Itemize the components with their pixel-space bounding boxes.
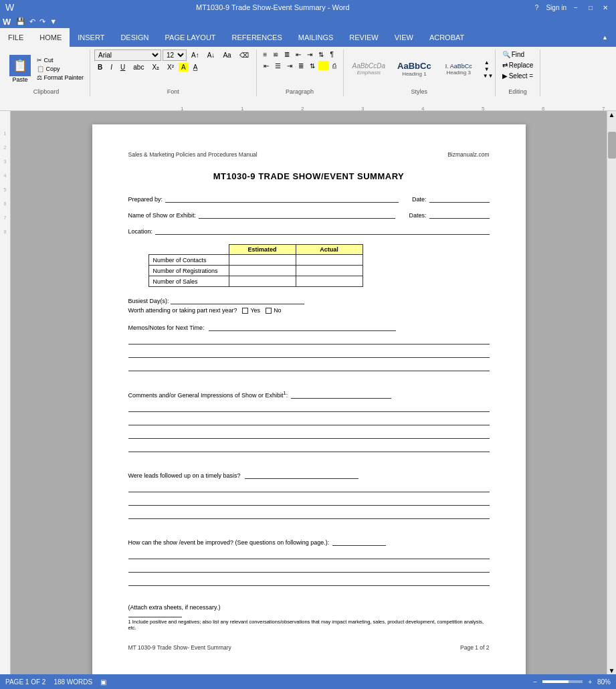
summary-table: Estimated Actual Number of Contacts (148, 244, 363, 287)
tab-insert[interactable]: INSERT (70, 28, 112, 47)
style-heading1[interactable]: AaBbCc Heading 1 (393, 59, 436, 79)
format-painter-button[interactable]: ⚖ Format Painter (35, 74, 86, 82)
find-button[interactable]: 🔍 Find (500, 50, 527, 60)
font-size-select[interactable]: 12 (163, 50, 187, 61)
strikethrough-btn[interactable]: abc (130, 62, 147, 72)
zoom-in-btn[interactable]: + (588, 678, 592, 686)
memos-line-2[interactable] (128, 347, 490, 358)
select-button[interactable]: ▶ Select = (500, 71, 536, 81)
bullets-btn[interactable]: ≡ (261, 50, 270, 60)
style-emphasis[interactable]: AaBbCcDa Emphasis (348, 60, 390, 78)
show-marks-btn[interactable]: ¶ (327, 50, 336, 60)
restore-button[interactable]: □ (585, 2, 596, 13)
decrease-indent-btn[interactable]: ⇤ (293, 50, 304, 60)
increase-indent-btn[interactable]: ⇥ (304, 50, 315, 60)
page-layout-icon[interactable]: ▣ (100, 678, 106, 686)
underline-button[interactable]: U (117, 62, 128, 72)
styles-more[interactable]: ▼▼ (483, 73, 491, 79)
document-scroll-area[interactable]: Sales & Marketing Policies and Procedure… (11, 111, 607, 674)
contacts-actual[interactable] (296, 255, 363, 266)
close-button[interactable]: ✕ (600, 2, 611, 13)
replace-button[interactable]: ⇄ Replace (500, 60, 536, 70)
line-spacing-btn[interactable]: ⇅ (307, 61, 318, 71)
highlight-btn[interactable]: A (179, 63, 189, 72)
sales-actual[interactable] (296, 276, 363, 287)
dates-label: Dates: (409, 212, 426, 219)
sort-btn[interactable]: ⇅ (316, 50, 326, 60)
table-header-actual: Actual (296, 245, 363, 255)
help-button[interactable]: ? (531, 2, 542, 13)
contacts-estimated[interactable] (229, 255, 296, 266)
align-left-btn[interactable]: ⇤ (261, 61, 272, 71)
scroll-down-btn[interactable]: ▼ (609, 667, 615, 674)
paste-button[interactable]: 📋 Paste (7, 54, 33, 84)
shrink-font-btn[interactable]: A↓ (204, 50, 219, 60)
improve-line-1[interactable] (128, 549, 490, 559)
tab-file[interactable]: FILE (0, 28, 31, 47)
minimize-button[interactable]: − (571, 2, 581, 13)
leads-line-3[interactable] (128, 508, 490, 519)
improve-line-2[interactable] (128, 562, 490, 573)
registrations-estimated[interactable] (229, 266, 296, 276)
leads-line-1[interactable] (128, 482, 490, 492)
customize-quick-btn[interactable]: ▼ (48, 17, 58, 26)
tab-review[interactable]: REVIEW (341, 28, 386, 47)
comments-line-4[interactable] (128, 441, 490, 452)
tab-acrobat[interactable]: ACROBAT (421, 28, 472, 47)
zoom-out-btn[interactable]: − (533, 678, 537, 686)
scroll-up-btn[interactable]: ▲ (609, 111, 615, 118)
align-right-btn[interactable]: ⇥ (284, 61, 295, 71)
prepared-by-line[interactable] (165, 193, 399, 203)
clear-format-btn[interactable]: ⌫ (236, 50, 252, 60)
scroll-thumb[interactable] (608, 132, 616, 159)
subscript-btn[interactable]: X₂ (148, 62, 163, 72)
font-color-btn[interactable]: A (190, 62, 201, 72)
memos-line-3[interactable] (128, 361, 490, 371)
page-indicator: PAGE 1 OF 2 (5, 678, 45, 686)
comments-line-2[interactable] (128, 415, 490, 425)
zoom-slider[interactable] (542, 680, 583, 683)
copy-button[interactable]: 📋 Copy (35, 65, 86, 73)
save-quick-btn[interactable]: 💾 (15, 17, 27, 27)
align-center-btn[interactable]: ☰ (272, 61, 284, 71)
shading-btn[interactable] (318, 61, 329, 70)
show-name-line[interactable] (199, 209, 395, 219)
memos-line-1[interactable] (128, 334, 490, 344)
multilevel-btn[interactable]: ≣ (282, 50, 292, 60)
registrations-actual[interactable] (296, 266, 363, 276)
sales-estimated[interactable] (229, 276, 296, 287)
sign-in-link[interactable]: Sign in (546, 4, 567, 11)
tab-page-layout[interactable]: PAGE LAYOUT (157, 28, 224, 47)
ribbon-collapse-btn[interactable]: ▲ (594, 28, 616, 47)
cut-button[interactable]: ✂ Cut (35, 56, 86, 64)
vertical-scrollbar[interactable]: ▲ ▼ (607, 111, 616, 674)
yes-checkbox[interactable] (242, 308, 248, 314)
superscript-btn[interactable]: X² (164, 62, 177, 72)
tab-home[interactable]: HOME (31, 28, 70, 47)
dates-line[interactable] (429, 209, 490, 219)
grow-font-btn[interactable]: A↑ (188, 50, 203, 60)
location-line[interactable] (155, 225, 489, 235)
tab-references[interactable]: REFERENCES (224, 28, 290, 47)
no-checkbox[interactable] (266, 308, 272, 314)
style-heading3[interactable]: I. AaBbCc Heading 3 (439, 61, 479, 78)
date-line[interactable] (429, 193, 490, 203)
justify-btn[interactable]: ≣ (296, 61, 306, 71)
comments-line-1[interactable] (128, 401, 490, 412)
tab-view[interactable]: VIEW (387, 28, 421, 47)
italic-button[interactable]: I (107, 62, 116, 72)
numbering-btn[interactable]: ≌ (270, 50, 281, 60)
comments-line-3[interactable] (128, 428, 490, 439)
tab-design[interactable]: DESIGN (112, 28, 157, 47)
styles-scroll-up[interactable]: ▲ (483, 60, 491, 66)
improve-line-3[interactable] (128, 575, 490, 586)
bold-button[interactable]: B (94, 62, 106, 72)
leads-line-2[interactable] (128, 495, 490, 506)
change-case-btn[interactable]: Aa (219, 50, 234, 60)
undo-quick-btn[interactable]: ↶ (28, 17, 37, 27)
border-btn[interactable]: ⎙ (330, 61, 339, 71)
redo-quick-btn[interactable]: ↷ (38, 17, 47, 27)
styles-scroll-down[interactable]: ▼ (483, 66, 491, 72)
font-name-select[interactable]: Arial (94, 50, 161, 61)
tab-mailings[interactable]: MAILINGS (290, 28, 342, 47)
